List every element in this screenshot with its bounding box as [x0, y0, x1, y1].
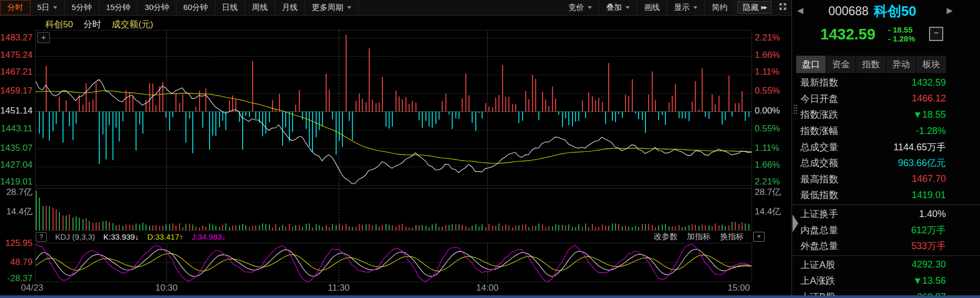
row-value: -1.28%: [916, 126, 946, 137]
tool-button-叠加[interactable]: 叠加: [599, 0, 637, 15]
quote-row-指数涨幅: 指数涨幅-1.28%: [792, 123, 980, 139]
period-button-label: 周线: [252, 3, 268, 13]
tool-button-label: 隐藏: [743, 3, 758, 13]
tab-指数[interactable]: 指数: [856, 56, 885, 73]
change-value: - 18.55: [888, 25, 915, 34]
y-axis-label: 1443.11: [0, 125, 33, 133]
tool-button-竞价[interactable]: 竞价: [561, 0, 599, 15]
chart-mode-label: 分时: [84, 19, 101, 29]
volume-canvas[interactable]: [36, 189, 752, 230]
last-price: 1432.59: [820, 26, 875, 43]
kdj-action-换指标[interactable]: 换指标: [720, 232, 744, 242]
change-percent: - 1.28%: [888, 34, 915, 43]
tool-button-简约[interactable]: 简约: [705, 0, 735, 15]
row-value: 1.40%: [919, 209, 946, 220]
symbol-name: 科创50: [874, 2, 916, 20]
pct-axis-label: 28.7亿: [755, 188, 790, 197]
quote-row-最高指数: 最高指数1467.70: [792, 171, 980, 188]
row-label: 最低指数: [800, 189, 838, 201]
main-chart-canvas[interactable]: [36, 30, 752, 188]
kdj-readings: ? KDJ (9,3,3) K:33.939↓ D:33.417↑ J:34.9…: [36, 232, 226, 242]
time-label: 10:30: [151, 283, 182, 293]
minimize-quote-button[interactable]: −: [929, 27, 943, 41]
quote-price-row: 1432.59 - 18.55 - 1.28% −: [792, 22, 980, 46]
y-axis-label: 1467.21: [0, 68, 33, 76]
tab-板块[interactable]: 板块: [916, 56, 946, 73]
period-button-分时[interactable]: 分时: [0, 0, 30, 15]
tool-button-label: 画线: [644, 3, 660, 13]
chart-symbol-label: 科创50: [45, 19, 73, 29]
kdj-pane: [35, 243, 752, 282]
y-axis-label: 125.95: [0, 239, 33, 248]
row-value: 963.66亿元: [898, 157, 946, 169]
quote-row-外盘总量: 外盘总量533万手: [792, 238, 980, 254]
help-icon[interactable]: ?: [36, 232, 47, 242]
period-button-周线[interactable]: 周线: [245, 0, 275, 15]
pct-axis-label: 0.55%: [755, 87, 790, 95]
chevron-down-icon: [347, 6, 351, 9]
tool-button-label: 显示: [674, 3, 690, 13]
tool-button-label: 竞价: [568, 3, 584, 13]
tab-资金[interactable]: 资金: [826, 56, 856, 73]
fullscreen-icon: [778, 2, 787, 13]
period-button-5日[interactable]: 5日: [30, 0, 65, 15]
chevron-down-icon: [693, 6, 697, 9]
period-button-更多周期[interactable]: 更多周期: [305, 0, 359, 15]
kdj-action-改参数[interactable]: 改参数: [654, 232, 677, 242]
kdj-canvas[interactable]: [36, 243, 752, 282]
quote-row-内盘总量: 内盘总量612万手: [792, 222, 980, 238]
pct-axis-label: 1.66%: [755, 161, 790, 169]
kdj-action-加指标[interactable]: 加指标: [687, 232, 711, 242]
tab-异动[interactable]: 异动: [887, 56, 916, 73]
quote-row-上证A股: 上证A股4292.30: [792, 257, 980, 273]
tool-button-显示[interactable]: 显示: [667, 0, 705, 15]
y-axis-label: 1435.07: [0, 144, 33, 152]
pct-axis-label: 1.66%: [755, 51, 790, 59]
quote-tabs: 盘口资金指数异动板块: [796, 56, 946, 73]
quote-row-总成交量: 总成交量1144.65万手: [792, 139, 980, 155]
tool-button-画线[interactable]: 画线: [637, 0, 667, 15]
period-button-月线[interactable]: 月线: [275, 0, 305, 15]
y-axis-label: 1419.01: [0, 178, 33, 186]
y-axis-label: 1483.27: [0, 34, 33, 42]
fullscreen-button[interactable]: [774, 0, 791, 15]
period-button-label: 5日: [37, 3, 49, 13]
period-button-30分钟[interactable]: 30分钟: [138, 0, 176, 15]
quote-panel: ◀ 000688 科创50 ▶ 1432.59 - 18.55 - 1.28% …: [791, 0, 980, 298]
y-axis-label: 48.79: [0, 258, 33, 266]
next-symbol-arrow[interactable]: ▶: [946, 6, 953, 15]
row-value: 612万手: [911, 224, 946, 237]
tool-button-隐藏[interactable]: 隐藏▶▶: [737, 1, 772, 14]
row-value: 1419.01: [912, 190, 946, 201]
price-change: - 18.55 - 1.28%: [888, 25, 915, 43]
panel-drag-grip[interactable]: [793, 104, 798, 115]
kdj-indicator-bar: ? KDJ (9,3,3) K:33.939↓ D:33.417↑ J:34.9…: [36, 231, 765, 243]
row-label: 上证A股: [800, 259, 835, 271]
period-button-日线[interactable]: 日线: [215, 0, 245, 15]
row-label: 总成交额: [800, 157, 838, 169]
close-indicator-icon[interactable]: ×: [753, 232, 765, 242]
quote-header: ◀ 000688 科创50 ▶: [792, 0, 980, 22]
period-button-label: 5分钟: [71, 3, 91, 13]
period-button-60分钟[interactable]: 60分钟: [176, 0, 215, 15]
row-value: 1144.65万手: [893, 141, 946, 153]
row-value: 1467.70: [912, 173, 946, 184]
tab-盘口[interactable]: 盘口: [796, 56, 826, 73]
pct-axis-label: 0.00%: [755, 107, 790, 115]
quote-row-最新指数: 最新指数1432.59: [792, 75, 980, 91]
toolbar-spacer: [359, 0, 561, 15]
period-button-5分钟[interactable]: 5分钟: [65, 0, 99, 15]
period-button-label: 15分钟: [106, 3, 131, 13]
zoom-in-button[interactable]: +: [37, 32, 50, 43]
main-chart-pane: [35, 30, 752, 189]
panel-collapse-arrow[interactable]: [793, 214, 798, 232]
period-button-label: 更多周期: [312, 3, 343, 13]
row-value: ▼13.56: [913, 275, 946, 286]
prev-symbol-arrow[interactable]: ◀: [797, 6, 804, 15]
period-button-15分钟[interactable]: 15分钟: [99, 0, 138, 15]
row-divider: [792, 204, 980, 205]
pct-axis-label: 0.55%: [755, 125, 790, 133]
row-label: 指数涨幅: [800, 125, 838, 137]
kdj-d-value: D:33.417↑: [147, 232, 183, 241]
toolbar-tools-group: 竞价叠加画线显示简约隐藏▶▶: [561, 0, 774, 15]
